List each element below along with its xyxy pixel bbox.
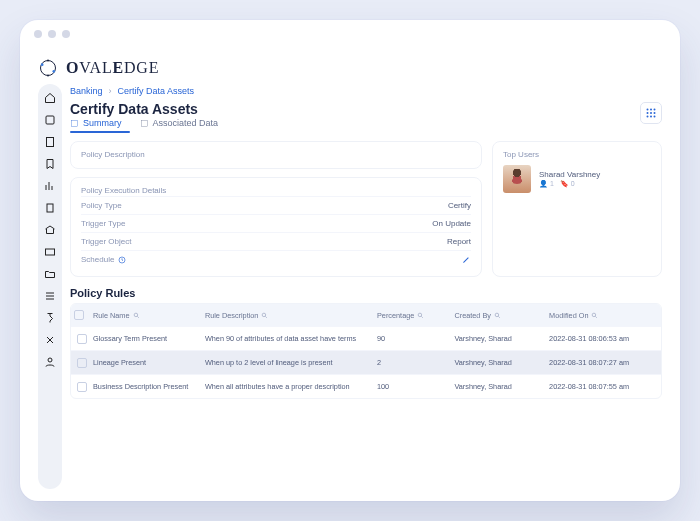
search-icon (417, 312, 424, 319)
tab-label: Summary (83, 118, 122, 128)
edit-icon[interactable] (462, 255, 471, 264)
cell-desc: When up to 2 level of lineage is present (205, 358, 377, 367)
cell-pct: 2 (377, 358, 454, 367)
top-user-stats: 👤 1 🔖 0 (539, 180, 600, 188)
svg-point-3 (47, 60, 49, 62)
sub-tabs: Summary Associated Data (70, 118, 662, 131)
svg-rect-8 (46, 249, 55, 255)
window-controls (20, 20, 680, 48)
col-modified-on[interactable]: Modified On (549, 311, 661, 320)
window-dot (62, 30, 70, 38)
row-label: Trigger Object (81, 237, 131, 246)
col-rule-name[interactable]: Rule Name (93, 311, 205, 320)
page-icon[interactable] (44, 136, 56, 148)
row-checkbox[interactable] (77, 382, 87, 392)
select-all-checkbox[interactable] (74, 310, 84, 320)
svg-rect-6 (47, 138, 54, 147)
brand-logo: OVALEDGE (38, 48, 662, 84)
table-row[interactable]: Lineage Present When up to 2 level of li… (71, 350, 661, 374)
page-title: Certify Data Assets (70, 102, 198, 117)
svg-point-26 (593, 313, 597, 317)
tag-icon[interactable] (44, 114, 56, 126)
avatar (503, 165, 531, 193)
svg-point-23 (263, 313, 267, 317)
cell-on: 2022-08-31 08:07:55 am (549, 382, 661, 391)
svg-point-11 (650, 109, 652, 111)
svg-rect-7 (47, 204, 53, 212)
cell-desc: When 90 of attributes of data asset have… (205, 334, 377, 343)
row-value: Certify (448, 201, 471, 210)
policy-rules-table: Rule Name Rule Description Percentage Cr… (70, 303, 662, 399)
row-checkbox[interactable] (77, 358, 87, 368)
cell-on: 2022-08-31 08:07:27 am (549, 358, 661, 367)
exec-row-trigger-object: Trigger Object Report (81, 232, 471, 250)
breadcrumb-item[interactable]: Certify Data Assets (118, 86, 195, 96)
exec-row-schedule: Schedule (81, 250, 471, 268)
breadcrumb-separator: › (109, 86, 112, 96)
summary-icon (70, 119, 79, 128)
svg-point-4 (47, 75, 49, 77)
cell-pct: 90 (377, 334, 454, 343)
table-header: Rule Name Rule Description Percentage Cr… (71, 304, 661, 326)
timer-icon[interactable] (44, 312, 56, 324)
bank-icon[interactable] (44, 224, 56, 236)
folder-icon[interactable] (44, 268, 56, 280)
card-title: Policy Execution Details (81, 186, 471, 195)
table-row[interactable]: Business Description Present When all at… (71, 374, 661, 398)
cell-by: Varshney, Sharad (454, 334, 549, 343)
home-icon[interactable] (44, 92, 56, 104)
search-icon (133, 312, 140, 319)
policy-description-card: Policy Description (70, 141, 482, 169)
row-checkbox[interactable] (77, 334, 87, 344)
brand-text: OVALEDGE (66, 59, 159, 77)
exec-row-policy-type: Policy Type Certify (81, 196, 471, 214)
clock-icon (118, 256, 126, 264)
svg-point-10 (647, 109, 649, 111)
user-icon[interactable] (44, 356, 56, 368)
top-users-card: Top Users Sharad Varshney 👤 1 🔖 0 (492, 141, 662, 277)
bookmark-icon[interactable] (44, 158, 56, 170)
svg-point-0 (41, 61, 56, 76)
svg-point-12 (654, 109, 656, 111)
card-title: Top Users (503, 150, 651, 159)
cell-desc: When all attributes have a proper descri… (205, 382, 377, 391)
svg-point-9 (48, 358, 52, 362)
svg-point-13 (647, 112, 649, 114)
table-row[interactable]: Glossary Term Present When 90 of attribu… (71, 326, 661, 350)
col-created-by[interactable]: Created By (454, 311, 549, 320)
top-user-name: Sharad Varshney (539, 170, 600, 179)
window-dot (48, 30, 56, 38)
list-icon[interactable] (44, 290, 56, 302)
svg-point-2 (53, 70, 56, 73)
search-icon (591, 312, 598, 319)
app-window: OVALEDGE Banking (20, 20, 680, 501)
svg-point-1 (41, 63, 44, 66)
cell-on: 2022-08-31 08:06:53 am (549, 334, 661, 343)
policy-execution-card: Policy Execution Details Policy Type Cer… (70, 177, 482, 277)
cell-by: Varshney, Sharad (454, 358, 549, 367)
breadcrumb: Banking › Certify Data Assets (70, 84, 662, 102)
row-label: Policy Type (81, 201, 122, 210)
search-icon (494, 312, 501, 319)
tab-label: Associated Data (153, 118, 219, 128)
clipboard-icon[interactable] (44, 202, 56, 214)
chart-icon[interactable] (44, 180, 56, 192)
col-rule-desc[interactable]: Rule Description (205, 311, 377, 320)
policy-rules-heading: Policy Rules (70, 287, 662, 299)
breadcrumb-item[interactable]: Banking (70, 86, 103, 96)
brand-mark-icon (38, 58, 58, 78)
tab-summary[interactable]: Summary (70, 118, 122, 131)
card-icon[interactable] (44, 246, 56, 258)
svg-point-25 (495, 313, 499, 317)
col-percentage[interactable]: Percentage (377, 311, 454, 320)
tools-icon[interactable] (44, 334, 56, 346)
row-value: On Update (432, 219, 471, 228)
row-label: Schedule (81, 255, 114, 264)
associated-icon (140, 119, 149, 128)
card-title: Policy Description (81, 150, 471, 159)
cell-pct: 100 (377, 382, 454, 391)
tab-associated-data[interactable]: Associated Data (140, 118, 219, 131)
cell-by: Varshney, Sharad (454, 382, 549, 391)
cell-name: Business Description Present (93, 382, 205, 391)
svg-point-15 (654, 112, 656, 114)
